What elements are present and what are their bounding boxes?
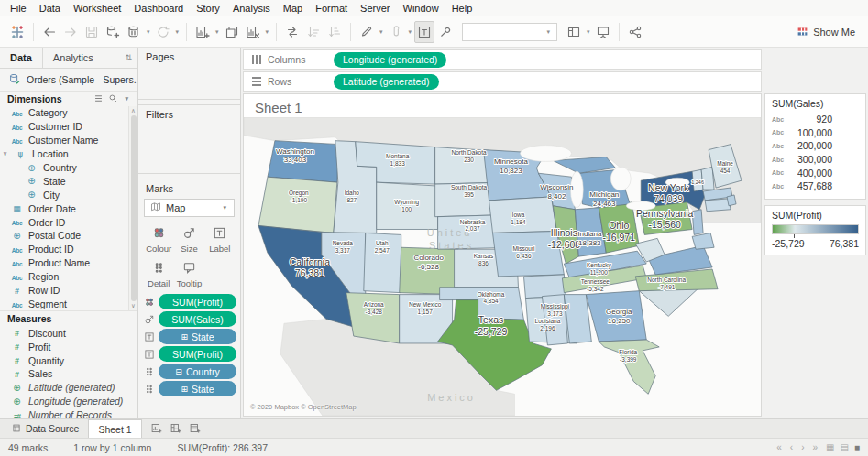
columns-pill[interactable]: Longitude (generated) — [334, 52, 446, 68]
field-city[interactable]: ⊕City — [0, 188, 128, 201]
show-hide-cards-caret-icon[interactable]: ▾ — [585, 28, 592, 36]
first-page-icon[interactable]: « — [776, 442, 782, 452]
scroll-thumb[interactable] — [131, 115, 137, 301]
pill-country[interactable]: ⊟Country — [159, 364, 236, 379]
prev-page-icon[interactable]: ‹ — [790, 442, 793, 452]
sort-ascending-icon[interactable] — [303, 21, 324, 43]
field-segment[interactable]: AbcSegment — [0, 297, 128, 310]
field-customer-name[interactable]: AbcCustomer Name — [0, 134, 128, 147]
sort-descending-icon[interactable] — [324, 21, 345, 43]
duplicate-icon[interactable] — [222, 21, 242, 43]
sheet-title[interactable]: Sheet 1 — [244, 94, 761, 117]
sales-legend-item[interactable]: Abc920 — [772, 113, 859, 126]
state-new-jersey[interactable] — [692, 210, 703, 235]
pill-state[interactable]: ⊞State — [159, 381, 236, 396]
field-order-date[interactable]: ▦Order Date — [0, 201, 128, 215]
pane-swap-icon[interactable]: ⇅ — [119, 53, 137, 62]
view-full-icon[interactable]: ■ — [854, 442, 860, 452]
menu-file[interactable]: File — [4, 3, 33, 14]
field-order-id[interactable]: AbcOrder ID — [0, 215, 128, 229]
pill-state[interactable]: ⊞State — [159, 329, 236, 344]
menu-story[interactable]: Story — [190, 3, 226, 14]
marks-button-detail[interactable]: Detail — [145, 258, 172, 290]
rows-shelf[interactable]: Rows Latitude (generated) — [243, 71, 762, 92]
next-page-icon[interactable]: › — [801, 442, 804, 452]
field-state[interactable]: ⊕State — [0, 174, 128, 188]
sales-legend-item[interactable]: Abc200,000 — [772, 139, 859, 153]
fix-axes-icon[interactable] — [435, 21, 456, 43]
marks-button-size[interactable]: Size — [175, 223, 203, 255]
search-icon[interactable] — [108, 93, 118, 105]
redo-icon[interactable] — [60, 21, 81, 43]
map-view[interactable]: UnitedStatesMexicoWashington33,403Oregon… — [244, 117, 761, 416]
state-maryland[interactable] — [692, 233, 714, 249]
field-longitude-generated-[interactable]: ⊕Longitude (generated) — [0, 395, 137, 408]
menu-analysis[interactable]: Analysis — [226, 3, 277, 14]
last-page-icon[interactable]: » — [812, 442, 818, 452]
sales-legend-item[interactable]: Abc400,000 — [772, 166, 859, 179]
tab-data-source[interactable]: Data Source — [3, 419, 88, 438]
state-new-hampshire[interactable] — [701, 167, 714, 190]
field-number-of-records[interactable]: =#Number of Records — [0, 408, 137, 418]
pause-auto-updates-caret-icon[interactable]: ▾ — [145, 28, 152, 36]
state-connecticut[interactable] — [705, 199, 731, 212]
tab-sheet-1[interactable]: Sheet 1 — [88, 419, 141, 438]
pages-shelf[interactable]: Pages — [138, 48, 240, 100]
pill-sum-sales-[interactable]: SUM(Sales) — [159, 311, 236, 327]
marks-button-colour[interactable]: Colour — [145, 223, 172, 255]
expand-icon[interactable]: ⊞ — [181, 385, 188, 394]
menu-data[interactable]: Data — [33, 3, 67, 14]
field-sales[interactable]: #Sales — [0, 367, 137, 381]
menu-map[interactable]: Map — [277, 3, 309, 14]
field-latitude-generated-[interactable]: ⊕Latitude (generated) — [0, 381, 137, 395]
filters-shelf[interactable]: Filters — [138, 104, 240, 174]
field-product-name[interactable]: AbcProduct Name — [0, 256, 128, 270]
tableau-logo-icon[interactable] — [7, 21, 27, 43]
presentation-mode-icon[interactable] — [593, 21, 613, 43]
new-worksheet-tab-icon[interactable] — [150, 422, 163, 436]
refresh-caret-icon[interactable]: ▾ — [174, 28, 181, 36]
swap-rows-columns-icon[interactable] — [282, 21, 302, 43]
field-product-id[interactable]: AbcProduct ID — [0, 243, 128, 256]
share-icon[interactable] — [625, 21, 645, 43]
group-members-caret-icon[interactable]: ▾ — [407, 28, 414, 36]
collapse-icon[interactable]: ∨ — [1, 150, 9, 157]
sales-legend-item[interactable]: Abc100,000 — [772, 126, 859, 140]
clear-sheet-icon[interactable] — [243, 21, 263, 43]
field-discount[interactable]: #Discount — [0, 326, 137, 340]
new-story-tab-icon[interactable] — [189, 422, 202, 436]
field-location[interactable]: ∨⋔Location — [0, 147, 128, 161]
dimensions-scrollbar[interactable]: ∧∨ — [128, 106, 137, 310]
view-filmstrip-icon[interactable]: ▤ — [841, 442, 849, 452]
show-me-button[interactable]: Show Me — [791, 24, 861, 39]
expand-icon[interactable]: ⊟ — [175, 367, 182, 376]
datasource-item[interactable]: Orders (Sample - Supers... — [0, 69, 137, 91]
data-pane-tab-analytics[interactable]: Analytics — [43, 48, 104, 68]
field-profit[interactable]: #Profit — [0, 340, 137, 353]
choropleth-map[interactable]: UnitedStatesMexicoWashington33,403Oregon… — [244, 117, 761, 416]
state-rhode-island[interactable] — [727, 195, 736, 206]
menu-worksheet[interactable]: Worksheet — [67, 3, 127, 14]
pill-sum-profit-[interactable]: SUM(Profit) — [159, 294, 236, 309]
field-row-id[interactable]: #Row ID — [0, 284, 128, 298]
state-oregon[interactable] — [258, 177, 337, 233]
profit-legend[interactable]: SUM(Profit) -25,729 76,381 — [764, 205, 866, 255]
new-worksheet-icon[interactable] — [192, 21, 213, 43]
view-grid-icon[interactable]: ▦ — [826, 442, 834, 452]
sales-legend[interactable]: SUM(Sales) Abc920Abc100,000Abc200,000Abc… — [764, 93, 866, 200]
save-icon[interactable] — [82, 21, 102, 43]
pill-sum-profit-[interactable]: SUM(Profit) — [159, 346, 236, 362]
columns-shelf[interactable]: Columns Longitude (generated) — [243, 49, 762, 70]
menu-help[interactable]: Help — [445, 3, 479, 14]
sales-legend-item[interactable]: Abc457,688 — [772, 179, 859, 193]
pause-auto-updates-icon[interactable] — [124, 21, 144, 43]
show-mark-labels-icon[interactable] — [414, 21, 434, 43]
dimensions-menu-caret[interactable]: ▾ — [123, 95, 130, 103]
fit-select[interactable]: ▾ — [462, 23, 557, 41]
group-members-icon[interactable] — [386, 21, 406, 43]
new-data-source-icon[interactable] — [103, 21, 123, 43]
field-postal-code[interactable]: ⊕Postal Code — [0, 229, 128, 243]
clear-sheet-caret-icon[interactable]: ▾ — [264, 28, 271, 36]
profit-gradient-bar[interactable] — [772, 224, 859, 234]
highlight-icon[interactable] — [357, 21, 377, 43]
